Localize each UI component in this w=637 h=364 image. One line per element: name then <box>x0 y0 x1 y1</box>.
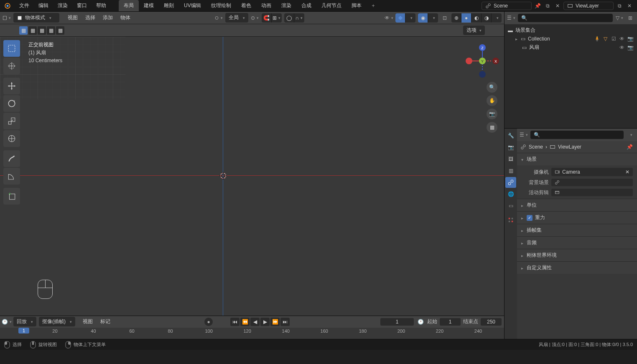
current-frame-field[interactable]: 1 <box>380 318 414 326</box>
workspace-tab-动画[interactable]: 动画 <box>256 0 276 11</box>
tool-select-box[interactable] <box>3 40 20 57</box>
panel-scene-header[interactable]: 场景 <box>517 153 637 165</box>
close-layer-icon[interactable]: ✕ <box>625 2 634 10</box>
perspective-icon[interactable]: ▦ <box>487 122 497 133</box>
viewport-menu-物体[interactable]: 物体 <box>117 13 134 23</box>
keyframe-prev-button[interactable]: ⏪ <box>240 318 250 326</box>
tool-transform[interactable] <box>3 130 20 147</box>
workspace-tab-几何节点[interactable]: 几何节点 <box>316 0 347 11</box>
pan-icon[interactable]: ✋ <box>487 95 497 106</box>
solid-shading[interactable]: ● <box>461 13 471 23</box>
workspace-tab-雕刻[interactable]: 雕刻 <box>159 0 179 11</box>
workspace-tab-纹理绘制[interactable]: 纹理绘制 <box>206 0 236 11</box>
rendered-shading[interactable]: ◑ <box>482 13 492 23</box>
properties-search[interactable]: 🔍 <box>530 131 624 139</box>
add-workspace-icon[interactable]: ＋ <box>369 2 377 10</box>
clear-camera-icon[interactable]: ✕ <box>625 169 629 175</box>
tab-scene[interactable] <box>505 177 516 188</box>
disable-render-toggle[interactable]: 📷 <box>627 35 634 42</box>
menu-帮助[interactable]: 帮助 <box>92 0 110 11</box>
tool-scale[interactable] <box>3 113 20 129</box>
viewport-3d[interactable]: + 正交前视图 (1) 风扇 10 Centimeters X Z Y 🔍 <box>0 37 504 316</box>
empty-row[interactable]: ▭ 风扇 👁 📷 <box>512 43 637 52</box>
outliner-editor-type-icon[interactable]: ☰ <box>507 14 515 22</box>
workspace-tab-布局[interactable]: 布局 <box>119 0 139 11</box>
auto-keying-toggle[interactable]: ● <box>204 318 213 326</box>
xray-toggle[interactable]: ⊡ <box>441 14 449 22</box>
end-frame-field[interactable]: 250 <box>481 318 502 326</box>
timeline-editor-type-icon[interactable]: 🕐 <box>3 318 11 326</box>
menu-编辑[interactable]: 编辑 <box>34 0 53 11</box>
viewlayer-selector[interactable]: ViewLayer <box>563 2 614 10</box>
shading-options[interactable] <box>492 13 502 23</box>
proportional-options[interactable]: ∩ <box>294 13 304 23</box>
breadcrumb-layer[interactable]: ViewLayer <box>558 144 581 150</box>
panel-自定义属性-header[interactable]: 自定义属性 <box>517 262 637 274</box>
exclude-toggle[interactable]: ☑ <box>610 35 617 42</box>
tab-collection[interactable]: ▭ <box>505 200 516 211</box>
tool-cursor[interactable] <box>3 58 20 74</box>
material-shading[interactable]: ◐ <box>471 13 482 23</box>
play-button[interactable]: ▶ <box>260 318 270 326</box>
visibility-icon[interactable]: 👁 <box>385 14 393 22</box>
keying-menu[interactable]: 抠像(插帧) <box>39 317 75 326</box>
workspace-tab-渲染[interactable]: 渲染 <box>276 0 296 11</box>
panel-重力-header[interactable]: ✓ 重力 <box>517 212 637 224</box>
viewport-menu-选择[interactable]: 选择 <box>82 13 99 23</box>
workspace-tab-着色[interactable]: 着色 <box>236 0 256 11</box>
tab-render[interactable]: 📷 <box>505 142 516 153</box>
jump-start-button[interactable]: ⏮ <box>230 318 240 326</box>
menu-文件[interactable]: 文件 <box>15 0 33 11</box>
collection-row[interactable]: ▭ Collection 🧍 ▽ ☑ 👁 📷 <box>512 35 637 43</box>
snap-toggle[interactable]: 🧲 <box>262 13 272 23</box>
orientation-select[interactable]: 全局 <box>225 13 248 23</box>
viewport-options-button[interactable]: 选项 <box>463 25 485 35</box>
camera-field[interactable]: Camera ✕ <box>551 168 633 176</box>
gizmo-options[interactable] <box>405 13 415 23</box>
panel-刚体世界环境-header[interactable]: 刚体世界环境 <box>517 249 637 261</box>
timeline-ruler[interactable]: 1 20406080100120140160180200220240 <box>0 328 504 339</box>
selectmode-new[interactable]: ▦ <box>19 26 28 35</box>
snap-options[interactable]: ⊞ <box>272 13 282 23</box>
wireframe-shading[interactable]: ⊕ <box>451 13 461 23</box>
pivot-icon[interactable]: ⊙ <box>251 14 259 22</box>
selectmode-subtract[interactable]: ▦ <box>38 26 46 35</box>
interaction-mode-select[interactable]: 物体模式 <box>13 13 59 23</box>
breadcrumb-scene[interactable]: Scene <box>529 144 543 150</box>
orientation-icon[interactable] <box>214 14 223 22</box>
navigation-gizmo[interactable]: X Z Y <box>466 44 499 78</box>
playhead[interactable]: 1 <box>18 328 29 334</box>
bg-scene-field[interactable] <box>551 179 633 186</box>
viewport-menu-添加[interactable]: 添加 <box>99 13 116 23</box>
keyframe-next-button[interactable]: ⏩ <box>270 318 280 326</box>
camera-view-icon[interactable]: 📷 <box>487 109 497 119</box>
active-clip-field[interactable] <box>551 189 633 196</box>
menu-渲染[interactable]: 渲染 <box>54 0 72 11</box>
pin-icon[interactable]: 📌 <box>625 143 634 151</box>
zoom-icon[interactable]: 🔍 <box>487 82 497 93</box>
tab-tool[interactable]: 🔧 <box>505 130 516 141</box>
hide-toggle[interactable]: 👁 <box>619 44 625 51</box>
preview-range-icon[interactable]: 🕐 <box>416 318 425 326</box>
tool-move[interactable] <box>3 78 20 94</box>
selectmode-invert[interactable]: ▦ <box>47 26 55 35</box>
play-reverse-button[interactable]: ◀ <box>250 318 260 326</box>
scene-collection-row[interactable]: ▬ 场景集合 <box>505 26 637 35</box>
new-collection-icon[interactable]: ⊞ <box>626 14 634 22</box>
outliner-search[interactable]: 🔍 <box>518 14 613 22</box>
copy-layer-icon[interactable]: ⧉ <box>615 2 624 10</box>
panel-音频-header[interactable]: 音频 <box>517 237 637 249</box>
timeline-menu-标记[interactable]: 标记 <box>97 316 114 327</box>
timeline-menu-视图[interactable]: 视图 <box>79 316 96 327</box>
expand-icon[interactable] <box>515 36 518 42</box>
selectmode-intersect[interactable]: ▦ <box>56 26 64 35</box>
disable-render-toggle[interactable]: 📷 <box>627 44 634 51</box>
jump-end-button[interactable]: ⏭ <box>280 318 290 326</box>
panel-插帧集-header[interactable]: 插帧集 <box>517 224 637 236</box>
show-overlays-toggle[interactable]: ◉ <box>418 13 428 23</box>
tab-world[interactable]: 🌐 <box>505 189 516 200</box>
show-gizmo-toggle[interactable] <box>395 13 405 23</box>
editor-type-icon[interactable] <box>3 14 11 22</box>
tab-output[interactable]: 🖼 <box>505 154 516 164</box>
overlay-options[interactable] <box>428 13 438 23</box>
